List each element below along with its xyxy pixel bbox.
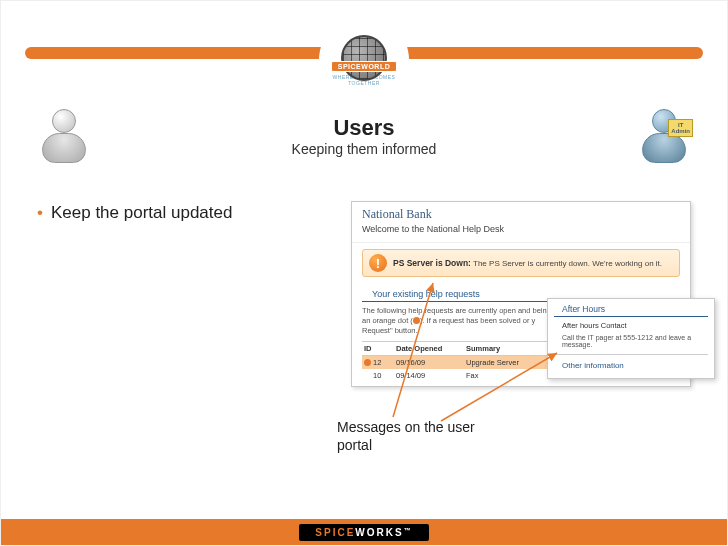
popup-heading: After Hours [554, 299, 708, 317]
user-icon [37, 109, 91, 163]
after-hours-popup: After Hours After hours Contact Call the… [547, 298, 715, 379]
logo-brand-text: SPICEWORLD [331, 61, 397, 72]
footer-bar: SPICEWORKS™ [1, 519, 727, 545]
slide-subtitle: Keeping them informed [1, 141, 727, 157]
it-admin-icon: IT Admin [637, 109, 691, 163]
it-badge-line2: Admin [671, 128, 690, 134]
alert-icon: ! [369, 254, 387, 272]
it-admin-badge: IT Admin [668, 119, 693, 137]
globe-icon [341, 35, 387, 81]
col-id: ID [362, 344, 396, 353]
alert-text: PS Server is Down: The PS Server is curr… [393, 258, 662, 268]
portal-alert: ! PS Server is Down: The PS Server is cu… [362, 249, 680, 277]
orange-dot-icon [413, 317, 420, 324]
slide-title: Users [1, 115, 727, 141]
callout-label: Messages on the user portal [337, 419, 477, 454]
spiceworld-logo: SPICEWORLD WHERE IT ALL COMES TOGETHER [319, 15, 409, 105]
col-date: Date Opened [396, 344, 466, 353]
row-dot-icon [364, 359, 371, 366]
spiceworks-logo: SPICEWORKS™ [299, 524, 428, 541]
alert-body: The PS Server is currently down. We're w… [473, 259, 662, 268]
popup-subhead: After hours Contact [554, 317, 708, 330]
popup-heading-2: Other information [554, 357, 708, 372]
alert-title: PS Server is Down: [393, 258, 471, 268]
bullet-keep-portal-updated: Keep the portal updated [37, 203, 232, 223]
portal-welcome: Welcome to the National Help Desk [352, 224, 690, 243]
portal-brand: National Bank [352, 202, 690, 224]
popup-text: Call the IT pager at 555-1212 and leave … [554, 330, 708, 355]
